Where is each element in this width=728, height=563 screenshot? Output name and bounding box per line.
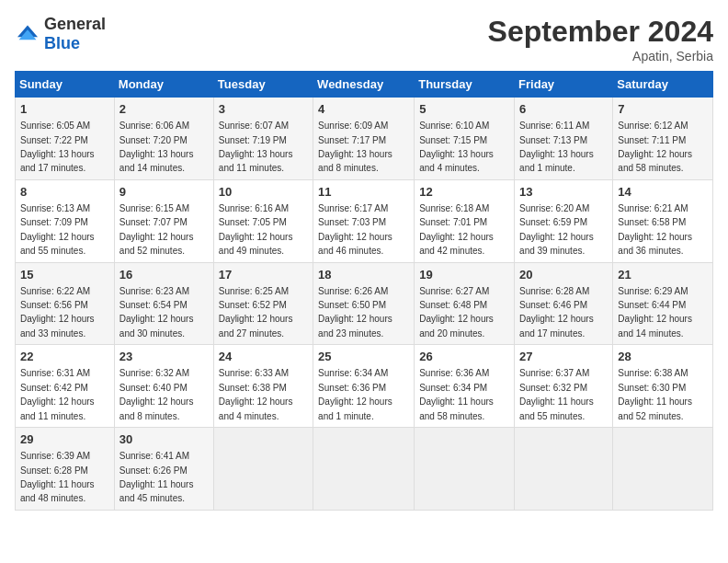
calendar-cell-day-19: 19Sunrise: 6:27 AMSunset: 6:48 PMDayligh…	[415, 262, 515, 345]
day-info: Sunrise: 6:31 AMSunset: 6:42 PMDaylight:…	[20, 368, 95, 420]
day-number: 11	[318, 184, 409, 201]
day-number: 5	[419, 101, 509, 118]
day-info: Sunrise: 6:18 AMSunset: 7:01 PMDaylight:…	[419, 203, 494, 256]
calendar-cell-day-30: 30Sunrise: 6:41 AMSunset: 6:26 PMDayligh…	[114, 428, 213, 511]
calendar-row-1: 1Sunrise: 6:05 AMSunset: 7:22 PMDaylight…	[16, 98, 713, 180]
calendar-cell-day-16: 16Sunrise: 6:23 AMSunset: 6:54 PMDayligh…	[114, 262, 213, 345]
calendar-cell-day-22: 22Sunrise: 6:31 AMSunset: 6:42 PMDayligh…	[16, 345, 115, 428]
day-info: Sunrise: 6:05 AMSunset: 7:22 PMDaylight:…	[20, 121, 95, 173]
day-info: Sunrise: 6:39 AMSunset: 6:28 PMDaylight:…	[20, 451, 95, 503]
calendar-cell-day-13: 13Sunrise: 6:20 AMSunset: 6:59 PMDayligh…	[515, 179, 613, 262]
day-number: 15	[20, 267, 109, 283]
col-friday: Friday	[515, 72, 613, 98]
calendar-cell-day-26: 26Sunrise: 6:36 AMSunset: 6:34 PMDayligh…	[415, 345, 515, 428]
day-number: 6	[519, 101, 608, 118]
day-number: 30	[119, 431, 209, 448]
calendar-cell-day-21: 21Sunrise: 6:29 AMSunset: 6:44 PMDayligh…	[613, 262, 713, 345]
day-number: 10	[219, 184, 308, 201]
calendar-cell-day-18: 18Sunrise: 6:26 AMSunset: 6:50 PMDayligh…	[313, 262, 415, 345]
calendar-cell-day-10: 10Sunrise: 6:16 AMSunset: 7:05 PMDayligh…	[213, 179, 313, 262]
calendar-cell-day-15: 15Sunrise: 6:22 AMSunset: 6:56 PMDayligh…	[16, 262, 115, 345]
day-info: Sunrise: 6:29 AMSunset: 6:44 PMDaylight:…	[618, 286, 692, 339]
day-number: 14	[618, 184, 708, 201]
calendar-cell-day-23: 23Sunrise: 6:32 AMSunset: 6:40 PMDayligh…	[114, 345, 213, 428]
day-info: Sunrise: 6:13 AMSunset: 7:09 PMDaylight:…	[20, 203, 95, 256]
day-info: Sunrise: 6:33 AMSunset: 6:38 PMDaylight:…	[219, 368, 293, 420]
day-info: Sunrise: 6:34 AMSunset: 6:36 PMDaylight:…	[318, 368, 392, 420]
calendar-cell-day-1: 1Sunrise: 6:05 AMSunset: 7:22 PMDaylight…	[16, 98, 115, 180]
day-info: Sunrise: 6:20 AMSunset: 6:59 PMDaylight:…	[519, 203, 594, 256]
day-info: Sunrise: 6:09 AMSunset: 7:17 PMDaylight:…	[318, 121, 392, 173]
day-number: 4	[318, 101, 409, 118]
calendar-row-3: 15Sunrise: 6:22 AMSunset: 6:56 PMDayligh…	[16, 262, 713, 345]
calendar-cell-day-3: 3Sunrise: 6:07 AMSunset: 7:19 PMDaylight…	[213, 98, 313, 180]
day-number: 20	[519, 267, 608, 283]
page-header: General Blue September 2024 Apatin, Serb…	[15, 15, 713, 63]
day-info: Sunrise: 6:37 AMSunset: 6:32 PMDaylight:…	[519, 368, 594, 420]
day-info: Sunrise: 6:16 AMSunset: 7:05 PMDaylight:…	[219, 203, 293, 256]
day-number: 3	[219, 101, 308, 118]
col-thursday: Thursday	[415, 72, 515, 98]
calendar-cell-day-25: 25Sunrise: 6:34 AMSunset: 6:36 PMDayligh…	[313, 345, 415, 428]
col-wednesday: Wednesday	[313, 72, 415, 98]
day-number: 23	[119, 349, 209, 365]
day-number: 24	[219, 349, 308, 365]
calendar-cell-day-6: 6Sunrise: 6:11 AMSunset: 7:13 PMDaylight…	[515, 98, 613, 180]
day-info: Sunrise: 6:17 AMSunset: 7:03 PMDaylight:…	[318, 203, 392, 256]
day-number: 29	[20, 431, 109, 448]
day-info: Sunrise: 6:07 AMSunset: 7:19 PMDaylight:…	[219, 121, 293, 173]
day-number: 7	[618, 101, 708, 118]
day-number: 8	[20, 184, 109, 201]
day-number: 26	[419, 349, 509, 365]
calendar-cell-day-2: 2Sunrise: 6:06 AMSunset: 7:20 PMDaylight…	[114, 98, 213, 180]
day-number: 13	[519, 184, 608, 201]
day-info: Sunrise: 6:27 AMSunset: 6:48 PMDaylight:…	[419, 286, 494, 339]
day-number: 18	[318, 267, 409, 283]
day-number: 16	[119, 267, 209, 283]
day-info: Sunrise: 6:41 AMSunset: 6:26 PMDaylight:…	[119, 451, 194, 503]
day-info: Sunrise: 6:22 AMSunset: 6:56 PMDaylight:…	[20, 286, 95, 339]
day-number: 28	[618, 349, 708, 365]
calendar-cell-day-20: 20Sunrise: 6:28 AMSunset: 6:46 PMDayligh…	[515, 262, 613, 345]
calendar-cell-day-27: 27Sunrise: 6:37 AMSunset: 6:32 PMDayligh…	[515, 345, 613, 428]
day-number: 19	[419, 267, 509, 283]
day-info: Sunrise: 6:32 AMSunset: 6:40 PMDaylight:…	[119, 368, 194, 420]
day-info: Sunrise: 6:26 AMSunset: 6:50 PMDaylight:…	[318, 286, 392, 339]
day-info: Sunrise: 6:23 AMSunset: 6:54 PMDaylight:…	[119, 286, 194, 339]
day-number: 27	[519, 349, 608, 365]
calendar-cell-day-9: 9Sunrise: 6:15 AMSunset: 7:07 PMDaylight…	[114, 179, 213, 262]
calendar-cell-day-11: 11Sunrise: 6:17 AMSunset: 7:03 PMDayligh…	[313, 179, 415, 262]
calendar-cell-empty	[613, 428, 713, 511]
day-info: Sunrise: 6:12 AMSunset: 7:11 PMDaylight:…	[618, 121, 692, 173]
day-info: Sunrise: 6:25 AMSunset: 6:52 PMDaylight:…	[219, 286, 293, 339]
calendar-cell-day-7: 7Sunrise: 6:12 AMSunset: 7:11 PMDaylight…	[613, 98, 713, 180]
col-tuesday: Tuesday	[213, 72, 313, 98]
col-monday: Monday	[114, 72, 213, 98]
logo: General Blue	[15, 15, 106, 53]
calendar-cell-day-8: 8Sunrise: 6:13 AMSunset: 7:09 PMDaylight…	[16, 179, 115, 262]
calendar-row-5: 29Sunrise: 6:39 AMSunset: 6:28 PMDayligh…	[16, 428, 713, 511]
calendar-row-2: 8Sunrise: 6:13 AMSunset: 7:09 PMDaylight…	[16, 179, 713, 262]
col-saturday: Saturday	[613, 72, 713, 98]
day-number: 12	[419, 184, 509, 201]
calendar-cell-day-4: 4Sunrise: 6:09 AMSunset: 7:17 PMDaylight…	[313, 98, 415, 180]
day-number: 2	[119, 101, 209, 118]
calendar-cell-day-28: 28Sunrise: 6:38 AMSunset: 6:30 PMDayligh…	[613, 345, 713, 428]
calendar-cell-day-14: 14Sunrise: 6:21 AMSunset: 6:58 PMDayligh…	[613, 179, 713, 262]
day-number: 21	[618, 267, 708, 283]
calendar-cell-empty	[415, 428, 515, 511]
calendar-cell-empty	[515, 428, 613, 511]
day-info: Sunrise: 6:36 AMSunset: 6:34 PMDaylight:…	[419, 368, 494, 420]
calendar-row-4: 22Sunrise: 6:31 AMSunset: 6:42 PMDayligh…	[16, 345, 713, 428]
day-number: 1	[20, 101, 109, 118]
calendar-cell-day-12: 12Sunrise: 6:18 AMSunset: 7:01 PMDayligh…	[415, 179, 515, 262]
day-info: Sunrise: 6:10 AMSunset: 7:15 PMDaylight:…	[419, 121, 494, 173]
calendar-cell-day-5: 5Sunrise: 6:10 AMSunset: 7:15 PMDaylight…	[415, 98, 515, 180]
title-block: September 2024 Apatin, Serbia	[488, 15, 713, 63]
month-title: September 2024	[488, 15, 713, 49]
day-number: 25	[318, 349, 409, 365]
logo-blue-text: Blue	[44, 34, 80, 52]
calendar-cell-day-24: 24Sunrise: 6:33 AMSunset: 6:38 PMDayligh…	[213, 345, 313, 428]
logo-icon	[15, 24, 40, 44]
calendar-cell-day-29: 29Sunrise: 6:39 AMSunset: 6:28 PMDayligh…	[16, 428, 115, 511]
